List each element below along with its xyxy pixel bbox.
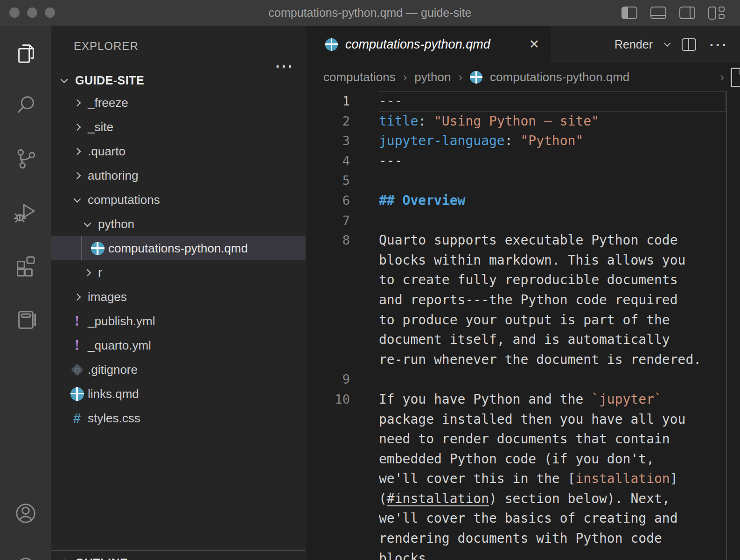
code-line-content[interactable] (379, 370, 726, 390)
code-line[interactable]: document itself, and is automatically (306, 330, 740, 350)
code-editor[interactable]: 1---2title: "Using Python — site"3jupyte… (306, 91, 740, 560)
tree-item-styles-css[interactable]: #styles.css (51, 406, 306, 430)
code-line-content[interactable]: --- (379, 151, 726, 171)
code-line[interactable]: blocks. (306, 549, 740, 560)
search-icon[interactable] (14, 93, 37, 117)
code-line-content[interactable]: document itself, and is automatically (379, 330, 726, 350)
tree-item-links-qmd[interactable]: links.qmd (51, 382, 306, 406)
code-token-plain: ) section below). Next, (489, 491, 670, 506)
tree-item--publish-yml[interactable]: !_publish.yml (51, 309, 306, 333)
chevron-right-icon (73, 123, 81, 131)
code-line[interactable]: embedded Python code (if you don't, (306, 449, 740, 469)
tree-item-icon-slot (91, 241, 105, 255)
quarto-file-icon (470, 71, 482, 84)
code-line[interactable]: 5 (306, 171, 740, 191)
chevron-down-icon (61, 76, 68, 83)
tree-item-icon-slot (70, 168, 84, 182)
outline-section[interactable]: OUTLINE (51, 550, 306, 560)
code-line[interactable]: rendering documents with Python code (306, 529, 740, 549)
code-line-content[interactable]: Quarto supports executable Python code (379, 231, 726, 251)
tree-item-python[interactable]: python (51, 212, 306, 236)
code-line-content[interactable]: we'll cover this in the [installation] (379, 469, 726, 489)
editor-more-actions-icon[interactable]: ⋯ (708, 40, 727, 49)
code-line-content[interactable]: re-run whenever the document is rendered… (379, 350, 726, 370)
code-line-content[interactable]: to create fully reproducible documents (379, 270, 726, 290)
code-line-content[interactable]: and reports---the Python code required (379, 290, 726, 310)
code-line[interactable]: 8Quarto supports executable Python code (306, 231, 740, 251)
code-line[interactable]: package installed then you have all you (306, 410, 740, 430)
code-line-content[interactable]: jupyter-language: "Python" (379, 131, 726, 151)
tree-item-label: .gitignore (88, 363, 138, 377)
code-line[interactable]: to produce your output is part of the (306, 310, 740, 330)
code-line-content[interactable]: ## Overview (379, 191, 726, 211)
breadcrumb-item[interactable]: computations-python.qmd (490, 70, 629, 84)
tree-item-images[interactable]: images (51, 285, 306, 309)
code-line[interactable]: blocks within markdown. This allows you (306, 251, 740, 271)
code-line-content[interactable]: If you have Python and the `jupyter` (379, 390, 726, 410)
tree-item--site[interactable]: _site (51, 115, 306, 139)
code-line[interactable]: 7 (306, 211, 740, 231)
code-line-content[interactable] (379, 211, 726, 231)
code-line[interactable]: 3jupyter-language: "Python" (306, 131, 740, 151)
code-line[interactable]: need to render documents that contain (306, 429, 740, 449)
run-and-debug-icon[interactable] (14, 201, 37, 224)
code-line-content[interactable]: title: "Using Python — site" (379, 112, 726, 132)
code-line[interactable]: 2title: "Using Python — site" (306, 112, 740, 132)
breadcrumb-item[interactable]: python (414, 70, 451, 84)
split-editor-icon[interactable] (682, 38, 696, 51)
code-line[interactable]: 1--- (306, 91, 740, 112)
toggle-secondary-sidebar-icon[interactable] (679, 7, 695, 19)
tree-item-computations[interactable]: computations (51, 188, 306, 212)
workspace-section-header[interactable]: GUIDE-SITE (51, 69, 306, 92)
breadcrumb-item[interactable]: computations (323, 70, 396, 84)
code-line[interactable]: 4--- (306, 151, 740, 171)
line-number (306, 469, 350, 489)
code-line[interactable]: we'll cover this in the [installation] (306, 469, 740, 489)
tree-item--freeze[interactable]: _freeze (51, 91, 306, 115)
tree-item--gitignore[interactable]: .gitignore (51, 357, 306, 382)
code-line[interactable]: 10If you have Python and the `jupyter` (306, 390, 740, 410)
account-icon[interactable] (14, 502, 37, 525)
toggle-primary-sidebar-icon[interactable] (621, 7, 637, 19)
tree-item--quarto-yml[interactable]: !_quarto.yml (51, 333, 306, 357)
code-line-content[interactable]: package installed then you have all you (379, 410, 726, 430)
close-tab-icon[interactable]: ✕ (529, 37, 539, 52)
code-line[interactable]: and reports---the Python code required (306, 290, 740, 310)
tree-item-r[interactable]: r (51, 260, 306, 285)
tree-item-computations-python-qmd[interactable]: computations-python.qmd (51, 236, 306, 260)
customize-layout-icon[interactable] (708, 6, 728, 20)
code-line-content[interactable]: embedded Python code (if you don't, (379, 449, 726, 469)
code-line-content[interactable]: need to render documents that contain (379, 429, 726, 449)
render-button[interactable]: Render (614, 38, 653, 51)
css-file-icon: # (73, 411, 81, 426)
line-number (306, 410, 350, 430)
source-control-icon[interactable] (14, 147, 37, 170)
notebook-icon[interactable] (14, 308, 37, 331)
code-line-content[interactable] (379, 171, 726, 191)
line-number (306, 290, 350, 310)
code-line[interactable]: re-run whenever the document is rendered… (306, 350, 740, 370)
tree-item-icon-slot: # (70, 411, 84, 425)
code-line-content[interactable]: blocks. (379, 549, 726, 560)
code-line-content[interactable]: rendering documents with Python code (379, 529, 726, 549)
code-line-content[interactable]: (#installation) section below). Next, (379, 489, 726, 509)
settings-gear-icon[interactable] (14, 554, 37, 560)
quarto-file-icon (70, 387, 84, 401)
code-line[interactable]: 6## Overview (306, 191, 740, 211)
code-line-content[interactable]: we'll cover the basics of creating and (379, 509, 726, 529)
code-line-content[interactable]: to produce your output is part of the (379, 310, 726, 330)
code-line[interactable]: (#installation) section below). Next, (306, 489, 740, 509)
tree-item-authoring[interactable]: authoring (51, 163, 306, 188)
code-line[interactable]: 9 (306, 370, 740, 390)
extensions-icon[interactable] (14, 254, 37, 278)
code-line[interactable]: we'll cover the basics of creating and (306, 509, 740, 529)
render-dropdown-icon[interactable] (664, 40, 670, 47)
explorer-icon[interactable] (14, 42, 37, 65)
toggle-panel-icon[interactable] (650, 7, 666, 19)
tree-item-icon-slot (70, 290, 84, 304)
tree-item--quarto[interactable]: .quarto (51, 139, 306, 163)
tab-computations-python[interactable]: computations-python.qmd ✕ (306, 26, 551, 63)
code-line[interactable]: to create fully reproducible documents (306, 270, 740, 290)
code-line-content[interactable]: --- (379, 91, 726, 112)
code-line-content[interactable]: blocks within markdown. This allows you (379, 251, 726, 271)
